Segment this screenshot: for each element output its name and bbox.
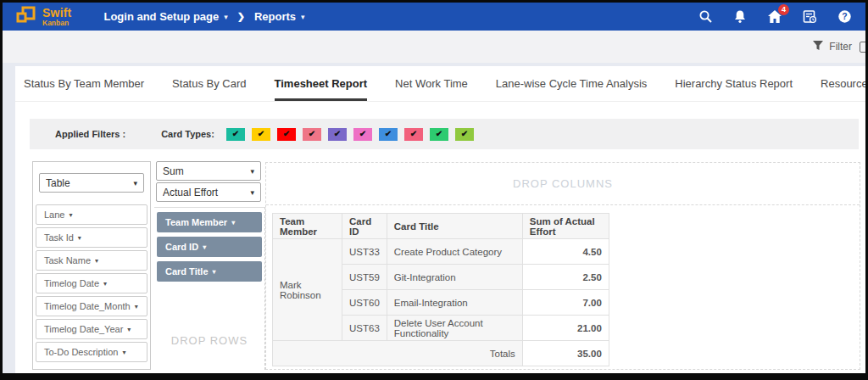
triangle-down-icon: ▾ [95,257,98,265]
triangle-down-icon: ▾ [127,326,131,333]
drop-rows-zone[interactable]: Team Member▾ Card ID▾ Card Title▾ DROP R… [154,207,265,370]
report-card: Status By Team Member Status By Card Tim… [15,66,865,373]
card-title-cell: Create Product Category [387,239,522,265]
chevron-down-icon: ▾ [250,188,254,197]
tab-lane-wise-cycle-time[interactable]: Lane-wise Cycle Time Analysis [496,66,647,101]
totals-label-cell: Totals [273,341,523,366]
drop-rows-label: DROP ROWS [157,334,262,347]
tab-hierarchy-status-report[interactable]: Hierarchy Status Report [675,66,793,101]
effort-cell: 2.50 [522,265,609,290]
field-list: Lane▾ Task Id▾ Task Name▾ Timelog Date▾ … [33,204,150,362]
tab-resource-loading[interactable]: Resource Loading [821,66,865,101]
breadcrumb-page-menu[interactable]: Reports ▾ [254,10,305,23]
home-notification-badge: 4 [778,4,789,15]
card-type-checkbox[interactable]: ✔ [404,128,423,141]
col-header-sum-effort: Sum of Actual Effort [522,214,609,239]
tab-timesheet-report[interactable]: Timesheet Report [275,66,368,101]
applied-filters-label: Applied Filters : [55,129,125,139]
totals-value-cell: 35.00 [522,341,609,366]
field-chip-timelog-date-year[interactable]: Timelog Date_Year▾ [36,319,147,339]
card-id-cell: UST33 [342,239,387,265]
field-chip-lane[interactable]: Lane▾ [36,204,147,225]
timesheet-icon[interactable] [802,9,817,25]
triangle-down-icon: ▾ [78,234,81,242]
brand-text: Swift Kanban [42,7,71,27]
effort-cell: 7.00 [522,290,609,316]
drop-columns-label: DROP COLUMNS [513,177,613,190]
report-tabs: Status By Team Member Status By Card Tim… [15,66,865,102]
card-type-checkbox[interactable]: ✔ [277,128,296,141]
pivot-fields-panel: Table▾ Lane▾ Task Id▾ Task Name▾ Timelog… [32,161,151,370]
card-title-cell: Email-Integration [387,290,522,316]
triangle-down-icon: ▾ [135,303,138,310]
effort-cell: 21.00 [522,316,609,341]
home-icon[interactable]: 4 [767,9,782,25]
breadcrumb: Login and Setup page ▾ ❯ Reports ▾ [103,10,304,23]
triangle-down-icon: ▾ [69,211,72,219]
drop-columns-zone[interactable]: DROP COLUMNS [266,163,860,205]
tab-status-by-team-member[interactable]: Status By Team Member [24,66,144,101]
kanban-logo-icon [16,6,36,28]
card-type-checkbox[interactable]: ✔ [328,128,347,141]
field-chip-timelog-date[interactable]: Timelog Date▾ [36,273,147,293]
breadcrumb-board-menu[interactable]: Login and Setup page ▾ [103,10,227,23]
aggregator-select[interactable]: Sum▾ [156,161,261,181]
tab-status-by-card[interactable]: Status By Card [172,66,246,101]
renderer-select[interactable]: Table▾ [39,173,144,193]
applied-filters-bar: Applied Filters : Card Types: ✔ ✔ ✔ ✔ ✔ … [30,119,859,149]
row-chip-card-title[interactable]: Card Title▾ [157,261,262,282]
chevron-down-icon: ▾ [301,13,305,21]
card-type-swatches: ✔ ✔ ✔ ✔ ✔ ✔ ✔ ✔ ✔ ✔ [226,128,474,141]
field-chip-todo-description[interactable]: To-Do Description▾ [36,342,147,362]
team-member-cell: Mark Robinson [273,239,342,341]
effort-cell: 4.50 [522,239,609,265]
card-type-checkbox[interactable]: ✔ [430,128,448,141]
triangle-down-icon: ▾ [203,243,206,251]
col-header-card-title: Card Title [387,214,522,239]
triangle-down-icon: ▾ [103,280,107,288]
chevron-down-icon: ▾ [224,13,228,21]
card-type-checkbox[interactable]: ✔ [303,128,321,141]
col-header-team-member: Team Member [273,214,342,239]
timesheet-table: Team Member Card ID Card Title Sum of Ac… [272,213,609,366]
field-chip-task-id[interactable]: Task Id▾ [36,227,147,248]
swiftkanban-logo[interactable]: Swift Kanban [16,6,71,28]
aggregator-field-select[interactable]: Actual Effort▾ [156,182,261,202]
search-icon[interactable] [698,9,713,25]
chevron-down-icon: ▾ [133,179,137,187]
breadcrumb-separator-icon: ❯ [237,11,245,22]
card-type-checkbox[interactable]: ✔ [379,128,398,141]
nav-actions: 4 ? [698,9,852,25]
card-type-checkbox[interactable]: ✔ [455,128,474,141]
svg-text:?: ? [842,11,847,21]
field-chip-task-name[interactable]: Task Name▾ [36,250,147,271]
card-type-checkbox[interactable]: ✔ [353,128,372,141]
export-icon[interactable] [860,42,865,53]
top-nav: Swift Kanban Login and Setup page ▾ ❯ Re… [3,3,865,31]
funnel-icon [812,40,824,53]
triangle-down-icon: ▾ [213,268,216,276]
card-title-cell: Git-Integration [387,265,522,290]
table-row: Mark Robinson UST33 Create Product Categ… [273,239,609,265]
aggregator-controls: Sum▾ Actual Effort▾ [156,161,261,204]
row-chip-card-id[interactable]: Card ID▾ [157,237,262,257]
tab-net-work-time[interactable]: Net Work Time [395,66,468,101]
table-totals-row: Totals 35.00 [273,341,609,366]
card-type-checkbox[interactable]: ✔ [252,128,270,141]
card-id-cell: UST60 [342,290,387,316]
triangle-down-icon: ▾ [122,349,125,356]
table-header-row: Team Member Card ID Card Title Sum of Ac… [273,214,609,239]
card-types-label: Card Types: [161,129,214,139]
triangle-down-icon: ▾ [231,219,235,226]
bell-icon[interactable] [732,9,748,25]
card-id-cell: UST59 [342,265,387,290]
row-chip-team-member[interactable]: Team Member▾ [157,212,262,232]
report-toolbar: Filter [3,31,865,63]
col-header-card-id: Card ID [342,214,387,239]
card-type-checkbox[interactable]: ✔ [226,128,245,141]
card-id-cell: UST63 [342,316,387,341]
filter-button[interactable]: Filter [812,40,852,53]
field-chip-timelog-date-month[interactable]: Timelog Date_Month▾ [36,296,147,316]
card-title-cell: Delete User Account Functionality [387,316,522,341]
help-icon[interactable]: ? [837,9,852,25]
